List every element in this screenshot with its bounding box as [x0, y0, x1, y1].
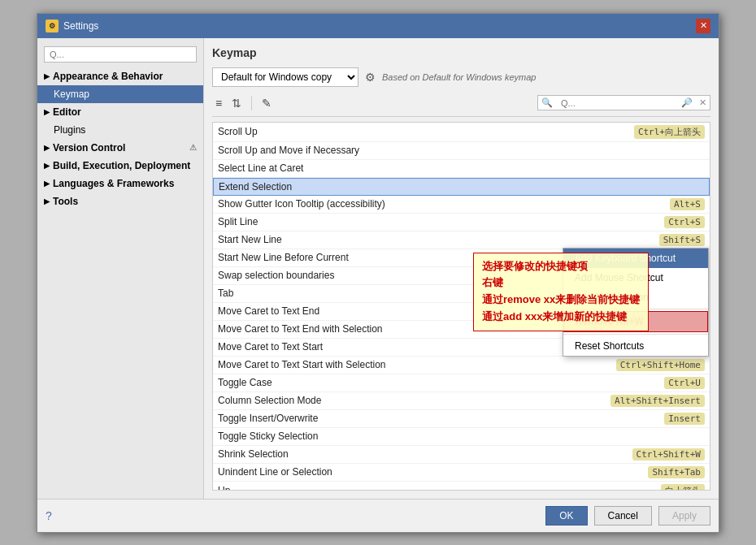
sidebar-item-label: Editor	[53, 106, 81, 118]
search-box: 🔍 🔎 ✕	[537, 95, 710, 110]
gear-icon[interactable]: ⚙	[365, 71, 376, 84]
keymap-toolbar: ≡ ⇅ ✎ 🔍 🔎 ✕	[212, 95, 710, 117]
title-bar-title: Settings	[63, 20, 98, 32]
main-content: Keymap Default for Windows copy ⚙ Based …	[204, 38, 719, 499]
table-row[interactable]: Up 向上箭头	[213, 482, 710, 491]
sidebar-item-version-control[interactable]: ▶ Version Control ⚠	[37, 139, 203, 157]
sidebar-item-editor[interactable]: ▶ Editor	[37, 103, 203, 121]
table-row[interactable]: Move Caret to Text Start with Selection …	[213, 357, 710, 374]
chevron-right-icon: ▶	[44, 144, 50, 152]
add-keyboard-shortcut-menu-item[interactable]: Add Keyboard Shortcut	[563, 249, 708, 268]
action-name: Toggle Insert/Overwrite	[218, 413, 664, 424]
shortcut-badge: Ctrl+Shift+W	[632, 448, 705, 461]
apply-button[interactable]: Apply	[658, 506, 710, 526]
sidebar-item-languages[interactable]: ▶ Languages & Frameworks	[37, 175, 203, 192]
dialog-buttons: OK Cancel Apply	[545, 506, 710, 526]
action-name: Column Selection Mode	[218, 395, 610, 406]
table-row[interactable]: Start New Line Shift+S	[213, 231, 710, 249]
action-name: Scroll Up and Move if Necessary	[218, 145, 705, 156]
chevron-right-icon: ▶	[44, 162, 50, 170]
sidebar-search-input[interactable]	[44, 46, 197, 63]
action-name: Select Line at Caret	[218, 162, 705, 174]
context-menu: Add Keyboard Shortcut Add Mouse Shortcut…	[563, 248, 709, 357]
chevron-right-icon: ▶	[44, 197, 50, 205]
chevron-down-icon: ▶	[44, 72, 50, 80]
table-row[interactable]: Toggle Sticky Selection	[213, 428, 710, 446]
sidebar-item-keymap[interactable]: Keymap	[37, 85, 203, 103]
keymap-select[interactable]: Default for Windows copy	[212, 67, 358, 87]
sidebar-item-label: Build, Execution, Deployment	[53, 160, 190, 171]
table-row[interactable]: Unindent Line or Selection Shift+Tab	[213, 464, 710, 482]
table-row[interactable]: Scroll Up and Move if Necessary	[213, 142, 710, 160]
menu-separator	[563, 334, 708, 335]
keymap-based-text: Based on Default for Windows keymap	[382, 72, 536, 82]
sidebar-item-plugins[interactable]: Plugins	[37, 121, 203, 139]
section-title: Keymap	[212, 46, 710, 59]
action-name: Shrink Selection	[218, 448, 632, 460]
shortcut-badge: 向上箭头	[661, 484, 705, 491]
shortcut-badge: Ctrl+S	[664, 216, 705, 228]
action-name: Scroll Up	[218, 126, 634, 137]
sidebar-item-label: Appearance & Behavior	[53, 71, 163, 82]
table-row[interactable]: Shrink Selection Ctrl+Shift+W	[213, 446, 710, 464]
table-row[interactable]: Split Line Ctrl+S	[213, 214, 710, 231]
menu-separator	[563, 309, 708, 309]
sidebar-search-container	[37, 41, 203, 67]
ok-button[interactable]: OK	[545, 506, 587, 526]
keymap-header: Default for Windows copy ⚙ Based on Defa…	[212, 67, 710, 87]
close-button[interactable]: ✕	[696, 19, 710, 33]
settings-icon: ⚙	[46, 19, 59, 32]
sidebar-item-build[interactable]: ▶ Build, Execution, Deployment	[37, 157, 203, 175]
sidebar: ▶ Appearance & Behavior Keymap ▶ Editor …	[37, 38, 204, 499]
keymap-list: Scroll Up Ctrl+向上箭头 Scroll Up and Move i…	[212, 122, 710, 491]
cancel-button[interactable]: Cancel	[594, 506, 652, 526]
title-bar: ⚙ Settings ✕	[37, 14, 719, 38]
add-mouse-shortcut-menu-item[interactable]: Add Mouse Shortcut	[563, 268, 708, 288]
title-bar-left: ⚙ Settings	[46, 19, 98, 32]
add-abbreviation-menu-item[interactable]: Add Abbreviation	[563, 288, 708, 307]
table-row[interactable]: Toggle Insert/Overwrite Insert	[213, 410, 710, 428]
shortcut-badge: Ctrl+向上箭头	[634, 125, 705, 139]
action-name: Split Line	[218, 216, 664, 227]
sidebar-item-label: Version Control	[53, 142, 125, 154]
remove-altw-menu-item[interactable]: Remove Alt+W	[563, 311, 708, 332]
shortcut-badge: Ctrl+Shift+Home	[616, 359, 705, 371]
action-name: Toggle Sticky Selection	[218, 430, 705, 442]
action-name: Up	[218, 485, 661, 491]
sidebar-item-appearance[interactable]: ▶ Appearance & Behavior	[37, 67, 203, 85]
menu-item-label: Remove Alt+W	[576, 316, 644, 327]
shortcut-badge: Alt+S	[670, 198, 705, 210]
close-search-icon[interactable]: ✕	[696, 96, 710, 110]
action-name: Extend Selection	[219, 181, 704, 192]
keymap-search-input[interactable]	[556, 97, 678, 110]
edit-button[interactable]: ✎	[259, 95, 275, 111]
reset-shortcuts-menu-item[interactable]: Reset Shortcuts	[563, 336, 708, 356]
menu-item-label: Add Keyboard Shortcut	[575, 253, 676, 264]
table-row[interactable]: Select Line at Caret	[213, 160, 710, 178]
table-row[interactable]: Show Gutter Icon Tooltip (accessibility)…	[213, 196, 710, 214]
menu-item-label: Add Mouse Shortcut	[575, 272, 663, 283]
chevron-right-icon: ▶	[44, 180, 50, 188]
table-row[interactable]: Column Selection Mode Alt+Shift+Insert	[213, 392, 710, 410]
help-button[interactable]: ?	[46, 509, 52, 522]
expand-all-button[interactable]: ≡	[212, 95, 225, 111]
menu-item-label: Reset Shortcuts	[575, 340, 644, 352]
table-row[interactable]: Scroll Up Ctrl+向上箭头	[213, 123, 710, 142]
action-name: Start New Line	[218, 234, 659, 245]
chevron-right-icon: ▶	[44, 108, 50, 116]
shortcut-badge: Alt+Shift+Insert	[610, 395, 705, 407]
collapse-all-button[interactable]: ⇅	[228, 95, 245, 111]
warning-badge: ⚠	[189, 143, 197, 152]
action-name: Unindent Line or Selection	[218, 466, 648, 478]
shortcut-badge: Shift+Tab	[648, 466, 705, 478]
search-clear-icon[interactable]: 🔎	[678, 96, 696, 110]
search-icon: 🔍	[538, 96, 556, 110]
shortcut-badge: Shift+S	[659, 234, 705, 246]
table-row[interactable]: Toggle Case Ctrl+U	[213, 374, 710, 392]
shortcut-badge: Insert	[664, 413, 705, 425]
table-row-extend-selection[interactable]: Extend Selection Add Keyboard Shortcut A…	[213, 178, 710, 196]
sidebar-item-tools[interactable]: ▶ Tools	[37, 192, 203, 210]
action-name: Move Caret to Text Start with Selection	[218, 359, 616, 370]
bottom-bar: ? OK Cancel Apply	[37, 499, 719, 532]
sidebar-item-label: Languages & Frameworks	[53, 178, 174, 189]
